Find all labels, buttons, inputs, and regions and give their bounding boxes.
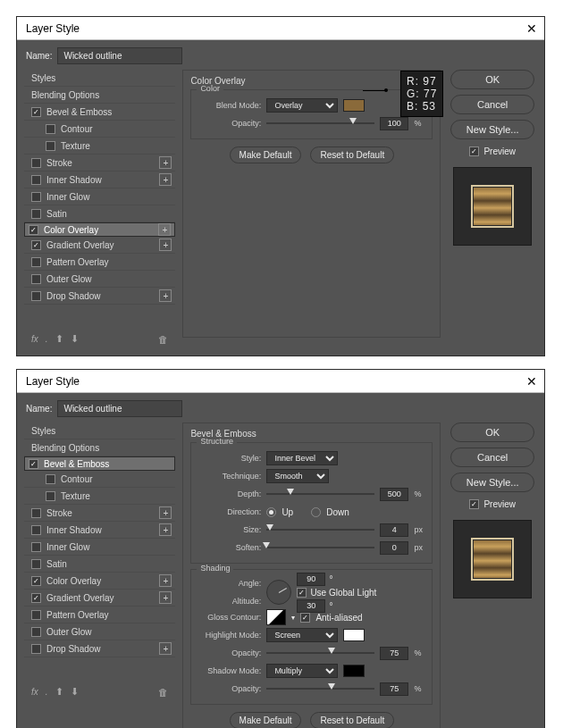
effect-checkbox[interactable]	[31, 274, 41, 284]
style-row-color-overlay[interactable]: Color Overlay+	[24, 222, 175, 237]
fx-icon[interactable]: fx	[31, 687, 38, 697]
reset-default-button[interactable]: Reset to Default	[310, 146, 394, 163]
layer-name-input[interactable]	[57, 400, 182, 417]
effect-checkbox[interactable]	[29, 459, 38, 469]
effect-checkbox[interactable]	[31, 593, 41, 603]
style-row-pattern-overlay[interactable]: Pattern Overlay	[24, 254, 175, 271]
style-row-contour[interactable]: Contour	[24, 471, 175, 488]
effect-checkbox[interactable]	[31, 610, 41, 620]
highlight-mode-select[interactable]: Screen	[266, 628, 338, 642]
preview-checkbox[interactable]	[469, 146, 479, 156]
fx-icon[interactable]: fx	[31, 334, 38, 344]
add-effect-icon[interactable]: +	[159, 591, 172, 604]
effect-checkbox[interactable]	[31, 291, 41, 301]
new-style-button[interactable]: New Style...	[450, 473, 534, 492]
effect-checkbox[interactable]	[31, 525, 41, 535]
style-row-drop-shadow[interactable]: Drop Shadow+	[24, 288, 175, 305]
effect-checkbox[interactable]	[31, 542, 41, 552]
style-row-stroke[interactable]: Stroke+	[24, 505, 175, 522]
highlight-opacity-input[interactable]	[380, 647, 408, 660]
effect-checkbox[interactable]	[46, 474, 55, 484]
style-row-inner-shadow[interactable]: Inner Shadow+	[24, 172, 175, 188]
blend-mode-select[interactable]: Overlay	[266, 98, 338, 113]
style-row-inner-glow[interactable]: Inner Glow	[24, 539, 175, 556]
highlight-opacity-slider[interactable]	[266, 649, 374, 657]
shadow-mode-select[interactable]: Multiply	[266, 664, 338, 678]
add-effect-icon[interactable]: +	[159, 642, 172, 655]
add-effect-icon[interactable]: +	[159, 173, 172, 186]
technique-select[interactable]: Smooth	[266, 469, 329, 483]
depth-slider[interactable]	[266, 490, 374, 498]
effect-checkbox[interactable]	[31, 107, 41, 117]
make-default-button[interactable]: Make Default	[230, 712, 302, 728]
close-icon[interactable]: ✕	[526, 374, 537, 389]
add-effect-icon[interactable]: +	[159, 574, 172, 587]
close-icon[interactable]: ✕	[526, 21, 537, 36]
bevel-style-select[interactable]: Inner Bevel	[266, 451, 338, 465]
color-swatch[interactable]	[343, 99, 365, 112]
add-effect-icon[interactable]: +	[159, 238, 172, 251]
effect-checkbox[interactable]	[31, 576, 41, 586]
layer-name-input[interactable]	[57, 47, 182, 64]
opacity-slider[interactable]	[266, 119, 374, 128]
add-effect-icon[interactable]: +	[159, 156, 172, 169]
style-row-satin[interactable]: Satin	[24, 205, 175, 222]
direction-down-radio[interactable]	[311, 507, 321, 517]
trash-icon[interactable]: 🗑	[158, 687, 168, 698]
style-row-stroke[interactable]: Stroke+	[24, 155, 175, 172]
style-row-contour[interactable]: Contour	[24, 121, 175, 138]
add-effect-icon[interactable]: +	[159, 289, 172, 302]
angle-input[interactable]	[297, 573, 325, 586]
effect-checkbox[interactable]	[31, 508, 41, 518]
effect-checkbox[interactable]	[31, 644, 41, 654]
highlight-color-swatch[interactable]	[343, 629, 365, 641]
effect-checkbox[interactable]	[46, 141, 55, 151]
effect-checkbox[interactable]	[29, 225, 38, 235]
add-effect-icon[interactable]: +	[159, 506, 172, 519]
gloss-contour-picker[interactable]	[266, 609, 286, 625]
altitude-input[interactable]	[297, 599, 325, 613]
effect-checkbox[interactable]	[31, 559, 41, 569]
style-row-gradient-overlay[interactable]: Gradient Overlay+	[24, 590, 175, 607]
effect-checkbox[interactable]	[31, 175, 41, 185]
style-row-outer-glow[interactable]: Outer Glow	[24, 623, 175, 640]
style-row-color-overlay[interactable]: Color Overlay+	[24, 573, 175, 590]
effect-checkbox[interactable]	[31, 209, 41, 219]
blending-options[interactable]: Blending Options	[24, 87, 175, 104]
effect-checkbox[interactable]	[31, 627, 41, 637]
size-slider[interactable]	[266, 525, 374, 534]
depth-input[interactable]	[380, 488, 408, 501]
shadow-opacity-input[interactable]	[380, 682, 408, 696]
opacity-input[interactable]	[380, 117, 408, 130]
arrow-down-icon[interactable]: ⬇	[71, 686, 79, 698]
style-row-bevel-emboss[interactable]: Bevel & Emboss	[24, 456, 175, 471]
size-input[interactable]	[380, 523, 408, 537]
angle-dial[interactable]	[266, 580, 291, 605]
style-row-inner-shadow[interactable]: Inner Shadow+	[24, 522, 175, 539]
style-row-pattern-overlay[interactable]: Pattern Overlay	[24, 607, 175, 623]
effect-checkbox[interactable]	[31, 158, 41, 168]
preview-checkbox[interactable]	[469, 499, 479, 509]
ok-button[interactable]: OK	[450, 423, 534, 442]
effect-checkbox[interactable]	[31, 240, 41, 250]
use-global-light-checkbox[interactable]	[297, 588, 307, 598]
effect-checkbox[interactable]	[46, 124, 55, 134]
effect-checkbox[interactable]	[31, 192, 41, 202]
cancel-button[interactable]: Cancel	[450, 95, 534, 114]
arrow-up-icon[interactable]: ⬆	[55, 333, 63, 345]
style-row-inner-glow[interactable]: Inner Glow	[24, 188, 175, 205]
make-default-button[interactable]: Make Default	[230, 146, 302, 163]
soften-slider[interactable]	[266, 543, 374, 552]
effect-checkbox[interactable]	[46, 491, 55, 501]
effect-checkbox[interactable]	[31, 257, 41, 267]
trash-icon[interactable]: 🗑	[158, 334, 168, 345]
ok-button[interactable]: OK	[450, 70, 534, 89]
new-style-button[interactable]: New Style...	[450, 120, 534, 139]
direction-up-radio[interactable]	[266, 507, 276, 517]
style-row-satin[interactable]: Satin	[24, 556, 175, 573]
shadow-color-swatch[interactable]	[343, 665, 365, 677]
cancel-button[interactable]: Cancel	[450, 448, 534, 467]
shadow-opacity-slider[interactable]	[266, 684, 374, 693]
add-effect-icon[interactable]: +	[158, 223, 171, 236]
style-row-bevel-emboss[interactable]: Bevel & Emboss	[24, 104, 175, 121]
